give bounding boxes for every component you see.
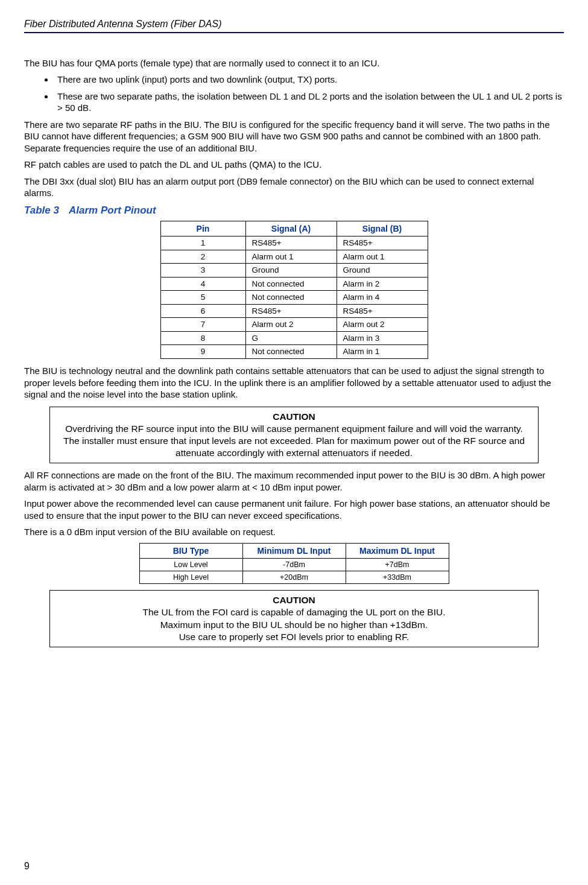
table-row: 3GroundGround [160,264,428,278]
table-row: 6RS485+RS485+ [160,304,428,318]
cell: 1 [160,236,245,250]
table-row: 5Not connectedAlarm in 4 [160,291,428,305]
cell: Alarm in 3 [337,331,428,345]
cell: Alarm out 2 [245,318,337,332]
table-header-row: BIU Type Minimum DL Input Maximum DL Inp… [139,543,449,558]
table-row: 4Not connectedAlarm in 2 [160,277,428,291]
bullet-list: There are two uplink (input) ports and t… [24,74,564,114]
caution-body: Overdriving the RF source input into the… [62,423,526,459]
caution-line: Use care to properly set FOI levels prio… [62,631,526,643]
cell: 7 [160,318,245,332]
cell: Alarm out 1 [245,250,337,264]
cell: +7dBm [346,558,449,571]
table-title-text: Alarm Port Pinout [69,205,156,216]
paragraph: The BIU has four QMA ports (female type)… [24,57,564,69]
cell: Not connected [245,345,337,359]
list-item: There are two uplink (input) ports and t… [54,74,564,86]
table-row: Low Level-7dBm+7dBm [139,558,449,571]
cell: -7dBm [242,558,346,571]
cell: +33dBm [346,571,449,584]
cell: Ground [337,264,428,278]
cell: 3 [160,264,245,278]
cell: Alarm in 1 [337,345,428,359]
cell: 4 [160,277,245,291]
cell: 8 [160,331,245,345]
running-header: Fiber Distributed Antenna System (Fiber … [24,18,564,33]
cell: High Level [139,571,242,584]
biu-input-table: BIU Type Minimum DL Input Maximum DL Inp… [139,543,449,585]
table-row: 9Not connectedAlarm in 1 [160,345,428,359]
table-caption: Table 3 Alarm Port Pinout [24,204,564,217]
caution-callout: CAUTION The UL from the FOI card is capa… [49,590,539,647]
cell: Low Level [139,558,242,571]
cell: 9 [160,345,245,359]
table-row: 1RS485+RS485+ [160,236,428,250]
cell: Not connected [245,277,337,291]
cell: Ground [245,264,337,278]
paragraph: The BIU is technology neutral and the do… [24,365,564,401]
cell: 5 [160,291,245,305]
table-row: 8GAlarm in 3 [160,331,428,345]
cell: 6 [160,304,245,318]
paragraph: There are two separate RF paths in the B… [24,119,564,154]
column-header: Minimum DL Input [242,543,346,558]
table-row: 2Alarm out 1Alarm out 1 [160,250,428,264]
cell: G [245,331,337,345]
table-number: Table 3 [24,205,59,216]
cell: Alarm in 4 [337,291,428,305]
paragraph: Input power above the recommended level … [24,498,564,521]
caution-label: CAUTION [62,594,526,606]
cell: Alarm out 2 [337,318,428,332]
cell: RS485+ [245,304,337,318]
caution-line: The UL from the FOI card is capable of d… [62,606,526,618]
alarm-pinout-table: Pin Signal (A) Signal (B) 1RS485+RS485+ … [160,221,428,359]
caution-label: CAUTION [62,411,526,423]
cell: RS485+ [337,236,428,250]
cell: RS485+ [337,304,428,318]
paragraph: There is a 0 dBm input version of the BI… [24,526,564,538]
cell: +20dBm [242,571,346,584]
cell: Not connected [245,291,337,305]
paragraph: All RF connections are made on the front… [24,469,564,493]
column-header: Signal (A) [245,221,337,236]
cell: Alarm in 2 [337,277,428,291]
table-header-row: Pin Signal (A) Signal (B) [160,221,428,236]
column-header: Maximum DL Input [346,543,449,558]
paragraph: RF patch cables are used to patch the DL… [24,159,564,171]
column-header: Pin [160,221,245,236]
column-header: Signal (B) [337,221,428,236]
table-row: 7Alarm out 2Alarm out 2 [160,318,428,332]
paragraph: The DBI 3xx (dual slot) BIU has an alarm… [24,176,564,199]
column-header: BIU Type [139,543,242,558]
cell: Alarm out 1 [337,250,428,264]
caution-callout: CAUTION Overdriving the RF source input … [49,407,539,464]
table-row: High Level+20dBm+33dBm [139,571,449,584]
list-item: These are two separate paths, the isolat… [54,90,564,114]
caution-line: Maximum input to the BIU UL should be no… [62,619,526,631]
cell: RS485+ [245,236,337,250]
cell: 2 [160,250,245,264]
